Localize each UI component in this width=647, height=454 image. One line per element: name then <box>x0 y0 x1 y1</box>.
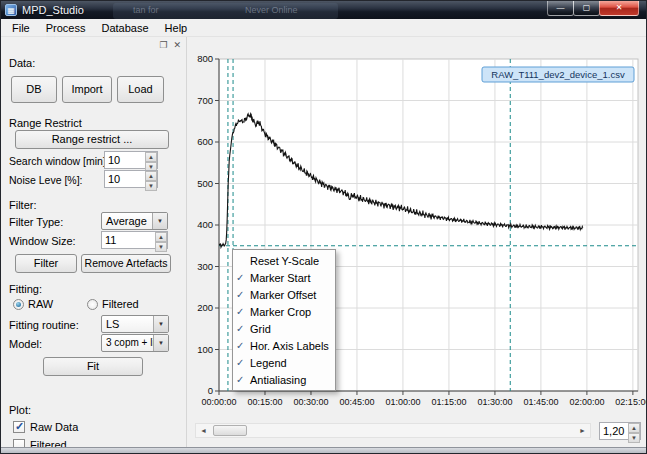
checkbox-icon <box>13 421 25 433</box>
db-button[interactable]: DB <box>11 76 57 103</box>
raw-data-checkbox[interactable]: Raw Data <box>13 421 78 433</box>
maximize-button[interactable]: ▢ <box>573 1 600 16</box>
filter-button[interactable]: Filter <box>15 254 77 273</box>
dock-close-icon[interactable]: ✕ <box>173 40 181 50</box>
noise-level-value[interactable]: 10 <box>105 171 144 187</box>
x-tick-label: 00:00:00 <box>201 397 236 407</box>
context-menu-item[interactable]: ✓Legend <box>233 354 335 371</box>
context-menu-item[interactable]: ✓Marker Crop <box>233 303 335 320</box>
fitting-section-label: Fitting: <box>9 283 42 295</box>
model-combobox[interactable]: 3 copm + lin ▼ <box>101 334 169 352</box>
legend[interactable]: RAW_T111_dev2_device_1.csv <box>482 67 634 82</box>
raw-radio[interactable]: RAW <box>13 298 53 310</box>
spin-down-icon[interactable]: ▼ <box>145 181 157 191</box>
fit-button[interactable]: Fit <box>43 357 143 376</box>
search-window-spinbox[interactable]: 10 ▲ ▼ <box>104 151 158 169</box>
y-tick-label: 600 <box>197 136 213 147</box>
remove-artefacts-button[interactable]: Remove Artefacts <box>81 254 171 273</box>
radio-dot-icon <box>13 299 24 310</box>
plot-section-label: Plot: <box>9 404 31 416</box>
dock-float-icon[interactable]: ❐ <box>159 40 167 50</box>
y-tick-label: 200 <box>197 302 213 313</box>
y-tick-label: 500 <box>197 178 213 189</box>
filtered-radio[interactable]: Filtered <box>87 298 139 310</box>
spin-down-icon[interactable]: ▼ <box>155 242 167 252</box>
model-label: Model: <box>9 338 42 350</box>
y-tick-label: 100 <box>197 344 213 355</box>
context-menu-label: Hor. Axis Labels <box>250 340 329 352</box>
spin-down-icon[interactable]: ▼ <box>628 433 640 443</box>
scroll-left-icon[interactable]: ◄ <box>196 427 211 434</box>
search-window-value[interactable]: 10 <box>105 152 144 168</box>
check-icon: ✓ <box>236 357 250 368</box>
y-tick-label: 700 <box>197 95 213 106</box>
check-icon: ✓ <box>236 340 250 351</box>
chevron-down-icon[interactable]: ▼ <box>152 213 167 229</box>
zoom-spinbox[interactable]: 1,20 ▲ ▼ <box>599 422 641 440</box>
spin-up-icon[interactable]: ▲ <box>155 232 167 242</box>
range-restrict-button[interactable]: Range restrict ... <box>15 130 169 149</box>
plot-panel: 010020030040050060070080000:00:0000:15:0… <box>187 37 647 449</box>
filter-section-label: Filter: <box>9 199 37 211</box>
window-size-label: Window Size: <box>9 235 76 247</box>
filter-type-value: Average <box>102 213 152 229</box>
menu-bar: FileProcessDatabaseHelp <box>1 19 646 37</box>
context-menu-item[interactable]: ✓Antialiasing <box>233 371 335 388</box>
window-size-value[interactable]: 11 <box>102 232 154 248</box>
y-tick-label: 300 <box>197 261 213 272</box>
context-menu-item[interactable]: Reset Y-Scale <box>233 252 335 269</box>
x-tick-label: 01:30:00 <box>477 397 512 407</box>
fitting-routine-value: LS <box>102 316 153 332</box>
title-bar[interactable]: tan for Never Online ▦ MPD_Studio — ▢ ✕ <box>1 1 646 19</box>
check-icon: ✓ <box>236 323 250 334</box>
scroll-right-icon[interactable]: ► <box>575 427 590 434</box>
context-menu-item[interactable]: ✓Grid <box>233 320 335 337</box>
x-tick-label: 00:45:00 <box>339 397 374 407</box>
zoom-value[interactable]: 1,20 <box>600 423 627 439</box>
horizontal-scrollbar[interactable]: ◄ ► <box>195 423 591 438</box>
noise-level-spinbox[interactable]: 10 ▲ ▼ <box>104 170 158 188</box>
x-tick-label: 00:30:00 <box>293 397 328 407</box>
context-menu-label: Antialiasing <box>250 374 306 386</box>
x-tick-label: 01:15:00 <box>431 397 466 407</box>
x-tick-label: 02:00:00 <box>569 397 604 407</box>
menu-file[interactable]: File <box>4 20 38 36</box>
model-value: 3 copm + lin <box>102 335 153 351</box>
menu-help[interactable]: Help <box>157 20 196 36</box>
fitting-routine-combobox[interactable]: LS ▼ <box>101 315 169 333</box>
spin-up-icon[interactable]: ▲ <box>628 423 640 433</box>
raw-radio-label: RAW <box>28 298 53 310</box>
filter-type-label: Filter Type: <box>9 216 63 228</box>
context-menu-label: Marker Offset <box>250 289 316 301</box>
load-button[interactable]: Load <box>117 76 164 103</box>
noise-level-label: Noise Leve [%]: <box>9 174 83 186</box>
y-tick-label: 800 <box>197 53 213 64</box>
menu-database[interactable]: Database <box>93 20 156 36</box>
context-menu-label: Marker Start <box>250 272 311 284</box>
close-button[interactable]: ✕ <box>599 1 639 16</box>
y-tick-label: 0 <box>208 385 213 396</box>
chevron-down-icon[interactable]: ▼ <box>153 316 168 332</box>
check-icon: ✓ <box>236 306 250 317</box>
spin-up-icon[interactable]: ▲ <box>145 152 157 162</box>
context-menu-label: Reset Y-Scale <box>250 255 319 267</box>
app-window: tan for Never Online ▦ MPD_Studio — ▢ ✕ … <box>0 0 647 454</box>
context-menu-item[interactable]: ✓Marker Start <box>233 269 335 286</box>
minimize-button[interactable]: — <box>547 1 574 16</box>
x-tick-label: 01:00:00 <box>385 397 420 407</box>
legend-entry[interactable]: RAW_T111_dev2_device_1.csv <box>491 69 625 80</box>
context-menu-label: Grid <box>250 323 271 335</box>
context-menu-item[interactable]: ✓Hor. Axis Labels <box>233 337 335 354</box>
context-menu-item[interactable]: ✓Marker Offset <box>233 286 335 303</box>
app-icon: ▦ <box>5 4 17 16</box>
tools-dock-panel: ❐ ✕ Data: DB Import Load Range Restrict … <box>1 37 187 449</box>
filter-type-combobox[interactable]: Average ▼ <box>101 212 168 230</box>
window-size-spinbox[interactable]: 11 ▲ ▼ <box>101 231 168 249</box>
spin-up-icon[interactable]: ▲ <box>145 171 157 181</box>
chevron-down-icon[interactable]: ▼ <box>153 335 168 351</box>
scrollbar-thumb[interactable] <box>213 425 247 436</box>
import-button[interactable]: Import <box>62 76 112 103</box>
menu-process[interactable]: Process <box>38 20 94 36</box>
background-ghost-text: Never Online <box>245 5 298 15</box>
window-frame-bottom <box>1 447 646 453</box>
